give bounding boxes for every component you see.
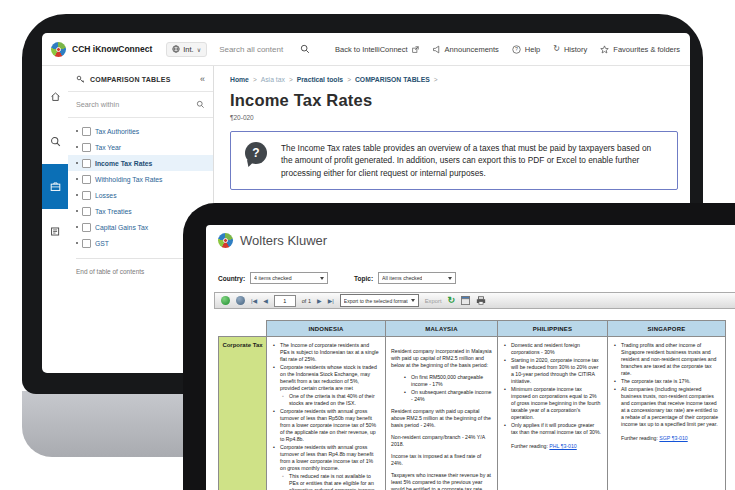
cell-bullet: Domestic and resident foreign corporatio…: [503, 342, 602, 356]
toc-item-label: Capital Gains Tax: [95, 224, 148, 231]
bullet: [76, 226, 78, 228]
search-icon[interactable]: [300, 44, 310, 54]
bullet: [76, 210, 78, 212]
cell-bullet: The Income of corporate residents and PE…: [272, 342, 380, 363]
breadcrumb-separator: >: [289, 76, 293, 83]
checkbox[interactable]: [82, 191, 91, 200]
cell-bullet: On subsequent chargeable income - 24%: [391, 389, 492, 403]
last-page-icon[interactable]: ▶|: [328, 298, 334, 304]
global-search-input[interactable]: Search all content: [219, 44, 322, 54]
help-label: Help: [525, 45, 540, 54]
breadcrumb-home[interactable]: Home: [230, 76, 249, 83]
breadcrumb-separator: >: [434, 76, 438, 83]
bullet: [76, 130, 78, 132]
corner-cell: [219, 321, 267, 337]
breadcrumb-comparison-tables[interactable]: COMPARISON TABLES: [355, 76, 430, 83]
help-link[interactable]: ? Help: [512, 45, 540, 54]
toc-item-tax-authorities[interactable]: Tax Authorities: [68, 123, 213, 139]
history-link[interactable]: ↻ History: [553, 45, 587, 54]
cell-bullet: On first RM500,000 chargeable income - 1…: [391, 374, 492, 388]
checkbox[interactable]: [82, 175, 91, 184]
cell-bullet: All companies (including registered busi…: [613, 386, 720, 428]
cell-bullet: Minimum corporate income tax imposed on …: [503, 386, 602, 421]
printer-icon[interactable]: [476, 296, 486, 305]
country-label: Country:: [218, 275, 245, 282]
export-format-select[interactable]: Export to the selected format: [340, 294, 419, 307]
checkbox[interactable]: [82, 239, 91, 248]
bullet: [76, 146, 78, 148]
toc-item-label: Tax Year: [95, 144, 121, 151]
toolbar-gray-icon[interactable]: [236, 296, 245, 305]
page-count-label: of 1: [302, 298, 311, 304]
page-number-input[interactable]: [274, 295, 296, 307]
cell-malaysia: Resident company incorporated in Malaysi…: [386, 337, 498, 490]
rail-search-button[interactable]: [42, 119, 68, 164]
toc-search-placeholder: Search within: [76, 100, 119, 109]
table-row: Corporate Tax The Income of corporate re…: [219, 337, 726, 490]
favourites-label: Favourites & folders: [613, 45, 680, 54]
help-icon: ?: [512, 45, 521, 54]
breadcrumb: Home > Asia tax > Practical tools > COMP…: [230, 76, 682, 83]
info-box: The Income Tax rates table provides an o…: [230, 131, 678, 190]
toc-item-income-tax-rates[interactable]: Income Tax Rates: [68, 155, 213, 171]
breadcrumb-practical-tools[interactable]: Practical tools: [297, 76, 343, 83]
excel-export-icon[interactable]: [461, 296, 470, 305]
toc-item-withholding-tax-rates[interactable]: Withholding Tax Rates: [68, 171, 213, 187]
checkbox[interactable]: [82, 127, 91, 136]
checkbox[interactable]: [82, 159, 91, 168]
toc-item-losses[interactable]: Losses: [68, 187, 213, 203]
cell-bullet: One of the criteria is that 40% of their…: [272, 393, 380, 407]
checkbox[interactable]: [82, 223, 91, 232]
next-page-icon[interactable]: ▶: [317, 298, 322, 304]
toc-item-label: Losses: [95, 192, 117, 199]
news-icon: [50, 226, 61, 237]
checkbox[interactable]: [82, 143, 91, 152]
further-reading-link[interactable]: SGP ¶3-010: [659, 435, 687, 441]
info-text: The Income Tax rates table provides an o…: [281, 142, 665, 179]
question-bubble-icon: [245, 142, 267, 164]
cell-singapore: Trading profits and other income of Sing…: [608, 337, 726, 490]
toolbar-green-icon[interactable]: [221, 296, 230, 305]
collapse-panel-icon[interactable]: «: [200, 75, 205, 84]
favourites-link[interactable]: Favourites & folders: [600, 45, 680, 54]
page-canvas: CCH iKnowConnect Int. ∨ Search all conte…: [0, 0, 735, 490]
country-select[interactable]: 4 items checked: [250, 272, 328, 284]
column-header-singapore: SINGAPORE: [608, 321, 726, 337]
export-format-value: Export to the selected format: [344, 298, 408, 304]
chevron-down-icon: [320, 277, 324, 280]
toc-item-label: Income Tax Rates: [95, 160, 152, 167]
first-page-icon[interactable]: |◀: [251, 298, 257, 304]
wolters-kluwer-logo: [218, 233, 233, 248]
cell-bullet: Corporate residents whose stock is trade…: [272, 364, 380, 392]
cell-indonesia: The Income of corporate residents and PE…: [267, 337, 386, 490]
topic-label: Topic:: [354, 275, 373, 282]
refresh-icon[interactable]: ↻: [448, 296, 456, 305]
topbar: CCH iKnowConnect Int. ∨ Search all conte…: [42, 33, 690, 66]
further-reading-link[interactable]: PHL ¶3-010: [549, 443, 576, 449]
toc-item-label: Withholding Tax Rates: [95, 176, 163, 183]
rail-home-button[interactable]: [42, 74, 68, 119]
breadcrumb-separator: >: [253, 76, 257, 83]
checkbox[interactable]: [82, 207, 91, 216]
rail-news-button[interactable]: [42, 209, 68, 254]
cell-paragraph: Income tax is imposed at a fixed rate of…: [391, 453, 492, 467]
cell-bullet: Corporate residents with annual gross tu…: [272, 408, 380, 443]
home-icon: [50, 91, 61, 102]
toc-search-input[interactable]: Search within: [68, 92, 213, 118]
toc-title: COMPARISON TABLES: [90, 76, 171, 83]
back-to-intelliconnect-link[interactable]: Back to IntelliConnect: [335, 45, 419, 54]
briefcase-icon: [50, 181, 61, 192]
cell-bullet: Corporate residents with annual gross tu…: [272, 444, 380, 472]
region-selector[interactable]: Int. ∨: [166, 42, 207, 57]
back-to-intelliconnect-label: Back to IntelliConnect: [335, 45, 408, 54]
brand-row: Wolters Kluwer: [206, 225, 735, 248]
topic-select[interactable]: All items checked: [378, 272, 456, 284]
announcements-link[interactable]: Announcements: [432, 45, 499, 54]
toc-item-tax-year[interactable]: Tax Year: [68, 139, 213, 155]
rail-practice-tools-button[interactable]: [42, 164, 68, 209]
previous-page-icon[interactable]: ◀: [263, 298, 268, 304]
cell-philippines: Domestic and resident foreign corporatio…: [498, 337, 608, 490]
breadcrumb-asia-tax[interactable]: Asia tax: [261, 76, 285, 83]
export-button[interactable]: Export: [425, 298, 442, 304]
history-label: History: [564, 45, 587, 54]
